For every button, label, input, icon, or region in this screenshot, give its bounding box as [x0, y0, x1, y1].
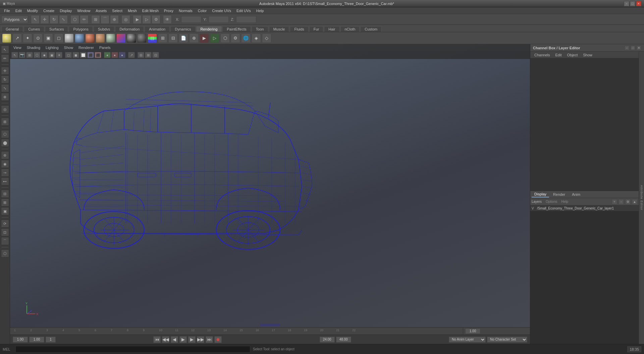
vp-view-menu[interactable]: View	[11, 45, 23, 50]
tab-hair[interactable]: Hair	[324, 26, 339, 32]
menu-create[interactable]: Create	[41, 8, 57, 13]
paint-tool-btn[interactable]: ✏	[80, 15, 89, 24]
shelf-icon-directional[interactable]: ↗	[12, 34, 22, 43]
vp-panels2-btn[interactable]: ⊞	[145, 52, 152, 58]
ik-handle-btn[interactable]: ⊸	[1, 169, 9, 177]
shelf-icon-place2d[interactable]: ⊟	[168, 34, 178, 43]
tab-general[interactable]: General	[1, 26, 23, 32]
menu-window[interactable]: Window	[74, 8, 93, 13]
menu-file[interactable]: File	[1, 8, 13, 13]
tl-current-frame-input[interactable]	[465, 329, 480, 334]
menu-proxy[interactable]: Proxy	[161, 8, 176, 13]
show-hide-btn[interactable]: 👁	[163, 15, 172, 24]
shelf-icon-file[interactable]: 📄	[179, 34, 188, 43]
menu-mesh[interactable]: Mesh	[125, 8, 140, 13]
scale-tool-left-btn[interactable]: ⤡	[1, 84, 9, 92]
vp-display2-btn[interactable]: ◼	[72, 52, 79, 58]
pb-go-start-btn[interactable]: ⏮	[153, 336, 161, 343]
shelf-icon-volume[interactable]: ◻	[54, 34, 63, 43]
shelf-icon-sphere-phongE[interactable]	[96, 34, 105, 43]
vp-light-btn[interactable]: ☀	[56, 52, 62, 58]
vp-arrow-btn[interactable]: ↗	[128, 52, 135, 58]
tab-ncloth[interactable]: nCloth	[340, 26, 360, 32]
vp-color-btn[interactable]: ●	[104, 52, 111, 58]
shelf-icon-hyper[interactable]: ⬡	[220, 34, 230, 43]
tab-deformation[interactable]: Deformation	[115, 26, 144, 32]
pb-current-frame-input[interactable]	[29, 337, 44, 343]
show-manip-btn[interactable]: ⊞	[1, 118, 9, 126]
shelf-icon-checker[interactable]: ⊞	[158, 34, 167, 43]
vp-display5-btn[interactable]: ⬛	[95, 52, 101, 58]
shelf-icon-sphere-ramp[interactable]	[116, 34, 126, 43]
shelf-icon-layer-tex[interactable]: ⊕	[189, 34, 199, 43]
shelf-icon-sphere-phong[interactable]	[85, 34, 95, 43]
layer-left-btn[interactable]: ⊟	[1, 190, 9, 198]
minimize-button[interactable]: −	[624, 1, 629, 6]
paint-op-btn[interactable]: ⬤	[1, 139, 9, 147]
vp-renderer-menu[interactable]: Renderer	[76, 45, 96, 50]
move-tool-btn[interactable]: ✛	[40, 15, 49, 24]
ik-spline-btn[interactable]: ⊷	[1, 177, 9, 185]
select-mode-btn[interactable]: ↖	[1, 46, 9, 54]
polygon-left-btn[interactable]: ⬡	[1, 249, 9, 257]
vp-shading-menu[interactable]: Shading	[25, 45, 42, 50]
shelf-icon-ramp-tex[interactable]: ▤	[148, 34, 157, 43]
tab-fur[interactable]: Fur	[309, 26, 324, 32]
menu-select[interactable]: Select	[109, 8, 125, 13]
bend-btn[interactable]: ⌒	[1, 237, 9, 245]
vp-color2-btn[interactable]: ●	[111, 52, 118, 58]
snap-curve-btn[interactable]: ⌒	[101, 15, 109, 24]
lower-tab-anim[interactable]: Anim	[569, 192, 583, 197]
pb-range-end-input[interactable]	[336, 337, 351, 343]
rotate-tool-btn[interactable]: ↻	[50, 15, 58, 24]
shelf-icon-sphere-blinn[interactable]	[75, 34, 84, 43]
tab-rendering[interactable]: Rendering	[196, 26, 222, 32]
shelf-icon-mib2[interactable]: ◇	[262, 34, 271, 43]
attribute-editor-tab[interactable]: Attribute Editor	[639, 52, 644, 344]
pb-next-key-btn[interactable]: ▶▶	[197, 336, 204, 343]
cb-float-btn[interactable]: □	[631, 46, 635, 50]
vp-grid-btn[interactable]: ⊞	[26, 52, 33, 58]
tab-subdvs[interactable]: Subdvs	[94, 26, 115, 32]
tab-curves[interactable]: Curves	[24, 26, 44, 32]
shelf-icon-env[interactable]: 🌐	[241, 34, 251, 43]
pb-go-end-btn[interactable]: ⏭	[206, 336, 213, 343]
vp-display4-btn[interactable]: ⬛	[87, 52, 94, 58]
z-coord-field[interactable]	[236, 16, 256, 23]
pb-key-input[interactable]	[46, 337, 56, 343]
joint-btn[interactable]: ◉	[1, 160, 9, 168]
vp-show-menu[interactable]: Show	[62, 45, 75, 50]
vp-lighting-menu[interactable]: Lighting	[44, 45, 61, 50]
rotate-tool-left-btn[interactable]: ↻	[1, 75, 9, 83]
polygon-mode-combo[interactable]: Polygons	[1, 16, 28, 23]
menu-edit-mesh[interactable]: Edit Mesh	[140, 8, 161, 13]
menu-color[interactable]: Color	[195, 8, 209, 13]
tab-surfaces[interactable]: Surfaces	[45, 26, 68, 32]
cb-close-btn[interactable]: ✕	[637, 46, 641, 50]
mel-input[interactable]	[15, 346, 250, 353]
menu-edit-uvs[interactable]: Edit UVs	[234, 8, 254, 13]
menu-create-uvs[interactable]: Create UVs	[209, 8, 234, 13]
pb-next-frame-btn[interactable]: ▶	[188, 336, 196, 343]
tab-painteffects[interactable]: PaintEffects	[222, 26, 251, 32]
scale-tool-btn[interactable]: ⤡	[59, 15, 68, 24]
vp-select-btn[interactable]: ↖	[11, 52, 18, 58]
vp-color3-btn[interactable]: ●	[119, 52, 125, 58]
ch-tab-object[interactable]: Object	[564, 52, 580, 58]
ch-tab-edit[interactable]: Edit	[552, 52, 564, 58]
deform-btn[interactable]: ⟳	[1, 220, 9, 228]
shelf-icon-ipr[interactable]: ▷	[210, 34, 219, 43]
ipr-render-btn[interactable]: ▷	[142, 15, 151, 24]
snap-grid-btn[interactable]: ⊞	[91, 15, 100, 24]
lasso-tool-btn[interactable]: ⬡	[70, 15, 79, 24]
pb-anim-layer-combo[interactable]: No Anim Layer	[449, 337, 486, 343]
maximize-button[interactable]: □	[630, 1, 635, 6]
vp-panels-btn[interactable]: ⊟	[138, 52, 144, 58]
pb-start-frame-input[interactable]	[13, 337, 28, 343]
pb-prev-key-btn[interactable]: ◀◀	[162, 336, 169, 343]
soft-select-left-btn[interactable]: ◎	[1, 105, 9, 113]
pb-play-btn[interactable]: ▶	[179, 336, 187, 343]
ch-tab-channels[interactable]: Channels	[532, 52, 552, 58]
shelf-icon-sphere-aniso[interactable]	[106, 34, 115, 43]
pb-prev-frame-btn[interactable]: ◀	[171, 336, 178, 343]
